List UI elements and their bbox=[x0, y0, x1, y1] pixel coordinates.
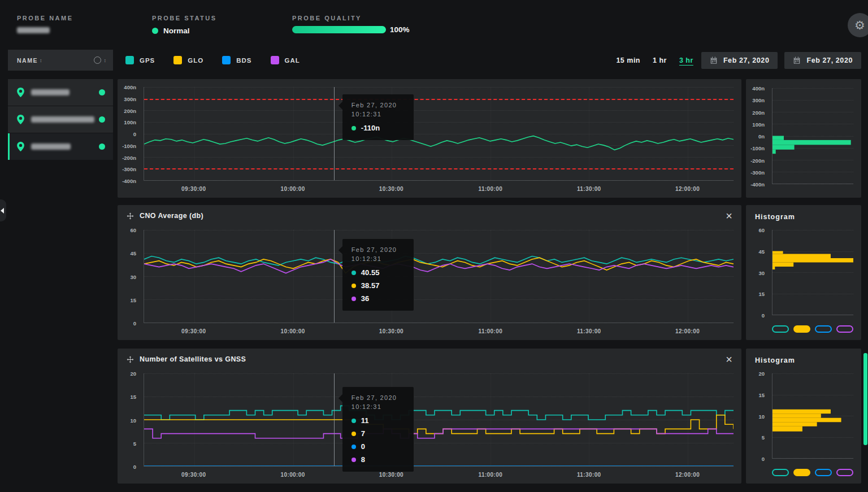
histogram-pill-gal[interactable] bbox=[836, 325, 853, 333]
histogram-pill-bds[interactable] bbox=[815, 325, 832, 333]
histogram-bars-svg bbox=[772, 88, 853, 184]
y-tick-label: 30 bbox=[758, 269, 765, 276]
chart-plot-area[interactable]: Feb 27, 202010:12:31-110n bbox=[144, 87, 734, 181]
tooltip-series-dot bbox=[351, 284, 356, 288]
range-15-min[interactable]: 15 min bbox=[616, 56, 640, 64]
histogram-pill-bds[interactable] bbox=[815, 469, 832, 476]
name-column-header[interactable]: NAME bbox=[17, 57, 38, 64]
series-gps bbox=[144, 406, 734, 420]
time-range-group: 15 min1 hr3 hr bbox=[616, 56, 693, 64]
y-tick-label: 0n bbox=[758, 133, 765, 140]
chart-plot-area[interactable]: Feb 27, 202010:12:3111708 bbox=[144, 373, 734, 467]
histogram-pill-gps[interactable] bbox=[772, 325, 789, 333]
tooltip-value: 11 bbox=[361, 416, 369, 425]
legend-swatch-glo bbox=[173, 56, 182, 64]
close-icon[interactable]: × bbox=[726, 354, 732, 365]
legend-label: GLO bbox=[188, 57, 203, 64]
histogram-pill-glo[interactable] bbox=[793, 325, 810, 333]
cno-histogram[interactable]: 604530150 bbox=[746, 230, 861, 315]
histogram-bar bbox=[772, 410, 831, 414]
histogram-pill-gal[interactable] bbox=[836, 469, 853, 476]
histogram-pill-glo[interactable] bbox=[793, 469, 810, 476]
settings-button[interactable]: ⚙ bbox=[848, 13, 868, 37]
probe-quality-value: 100% bbox=[390, 25, 410, 34]
y-tick-label: 45 bbox=[130, 250, 136, 256]
y-tick-label: 10 bbox=[130, 417, 136, 423]
date-to-button[interactable]: Feb 27, 2020 bbox=[784, 52, 861, 69]
tooltip-time: 10:12:31 bbox=[351, 403, 403, 410]
histogram-pill-gps[interactable] bbox=[772, 469, 789, 476]
range-1-hr[interactable]: 1 hr bbox=[653, 56, 667, 64]
probe-list-header[interactable]: NAME ↕ ↕ bbox=[8, 50, 113, 71]
probe-status-dot bbox=[99, 116, 105, 123]
tooltip-row: 8 bbox=[351, 455, 403, 464]
date-from-value: Feb 27, 2020 bbox=[723, 56, 770, 64]
date-from-button[interactable]: Feb 27, 2020 bbox=[701, 52, 778, 69]
tooltip-value: 0 bbox=[361, 442, 365, 451]
legend-glo[interactable]: GLO bbox=[173, 56, 203, 64]
y-axis-labels: 400n300n200n100n0n-100n-200n-300n-400n bbox=[746, 88, 769, 184]
y-tick-label: -200n bbox=[122, 154, 136, 160]
x-axis-labels: 09:30:0010:00:0010:30:0011:00:0011:30:00… bbox=[144, 328, 734, 336]
histogram-bar bbox=[772, 140, 851, 145]
satellites-chart[interactable]: 20151050Feb 27, 202010:12:311170809:30:0… bbox=[118, 370, 741, 484]
sort-icon[interactable]: ↕ bbox=[40, 58, 42, 63]
probe-list-item-2[interactable] bbox=[8, 106, 113, 133]
move-icon[interactable] bbox=[127, 212, 134, 220]
cno-average-chart[interactable]: 604530150Feb 27, 202010:12:3140.5538.573… bbox=[118, 227, 741, 340]
tooltip-time: 10:12:31 bbox=[351, 111, 403, 117]
legend-bds[interactable]: BDS bbox=[222, 56, 251, 64]
histogram-bar bbox=[772, 150, 776, 154]
y-axis-labels: 20151050 bbox=[746, 373, 769, 459]
y-tick-label: 15 bbox=[758, 291, 765, 297]
x-tick-label: 12:00:00 bbox=[675, 472, 700, 478]
probe-name-label: PROBE NAME bbox=[17, 15, 128, 21]
histogram-plot-area[interactable] bbox=[772, 88, 853, 184]
histogram-plot-area[interactable] bbox=[772, 373, 853, 459]
y-tick-label: 15 bbox=[130, 297, 136, 303]
cursor-line bbox=[334, 230, 335, 323]
status-filter-icon[interactable] bbox=[94, 56, 101, 64]
probe-status-dot bbox=[99, 143, 105, 150]
range-3-hr[interactable]: 3 hr bbox=[679, 56, 693, 64]
calendar-icon bbox=[710, 56, 718, 64]
legend-label: GPS bbox=[140, 57, 155, 64]
chart-series-svg bbox=[144, 373, 734, 466]
tooltip: Feb 27, 202010:12:31-110n bbox=[342, 94, 414, 140]
x-axis-labels: 09:30:0010:00:0010:30:0011:00:0011:30:00… bbox=[144, 186, 734, 193]
cursor-line bbox=[334, 373, 335, 466]
x-tick-label: 10:00:00 bbox=[281, 186, 305, 192]
clock-offset-chart[interactable]: 400n300n200n100n0-100n-200n-300n-400nFeb… bbox=[118, 79, 741, 198]
chart-plot-area[interactable]: Feb 27, 202010:12:3140.5538.5736 bbox=[144, 230, 734, 323]
y-tick-label: 100n bbox=[752, 121, 765, 127]
probe-list-item-3[interactable] bbox=[8, 133, 113, 160]
tooltip-value: 8 bbox=[361, 455, 365, 464]
tooltip-row: 7 bbox=[351, 429, 403, 438]
close-icon[interactable]: × bbox=[726, 210, 732, 221]
status-sort-icon[interactable]: ↕ bbox=[104, 58, 107, 63]
gnss-legend: GPSGLOBDSGAL bbox=[125, 56, 319, 64]
status-dot-icon bbox=[152, 28, 158, 34]
x-tick-label: 11:30:00 bbox=[577, 328, 601, 334]
legend-gal[interactable]: GAL bbox=[271, 56, 300, 64]
tooltip-value: 38.57 bbox=[361, 281, 380, 290]
probe-list-item-1[interactable] bbox=[8, 79, 113, 106]
x-tick-label: 10:30:00 bbox=[379, 186, 403, 192]
clock-offset-histogram[interactable]: 400n300n200n100n0n-100n-200n-300n-400n bbox=[746, 88, 861, 184]
tooltip-row: 38.57 bbox=[351, 281, 403, 290]
gridline bbox=[772, 458, 853, 459]
histogram-plot-area[interactable] bbox=[772, 230, 853, 315]
scrollbar-thumb[interactable] bbox=[863, 353, 867, 445]
y-tick-label: -100n bbox=[122, 142, 136, 149]
y-tick-label: 15 bbox=[130, 394, 136, 400]
x-tick-label: 10:30:00 bbox=[379, 328, 403, 334]
y-tick-label: 60 bbox=[130, 227, 136, 233]
y-tick-label: -300n bbox=[750, 169, 765, 175]
y-tick-label: 0 bbox=[133, 320, 136, 326]
move-icon[interactable] bbox=[127, 356, 134, 363]
sidebar-collapse-button[interactable] bbox=[0, 199, 6, 221]
legend-gps[interactable]: GPS bbox=[125, 56, 155, 64]
satellites-histogram[interactable]: 20151050 bbox=[746, 373, 861, 459]
histogram-bar bbox=[772, 267, 775, 269]
probe-status-block: PROBE STATUS Normal bbox=[152, 15, 268, 35]
